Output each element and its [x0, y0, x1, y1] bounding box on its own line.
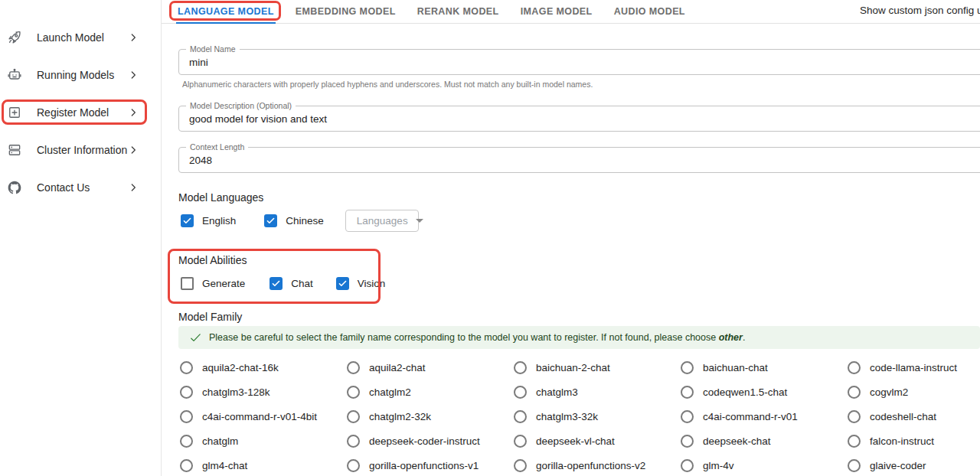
- model-family-option[interactable]: gorilla-openfunctions-v1: [345, 459, 512, 472]
- checkbox-checked-icon: [336, 277, 349, 290]
- radio-icon: [848, 386, 861, 399]
- radio-icon: [514, 410, 527, 423]
- model-family-option[interactable]: codeshell-chat: [846, 410, 980, 423]
- model-family-option[interactable]: falcon-instruct: [846, 435, 980, 448]
- checkbox-english[interactable]: English: [181, 214, 236, 227]
- model-type-tabs: LANGUAGE MODEL EMBEDDING MODEL RERANK MO…: [162, 0, 980, 24]
- tab-rerank-model[interactable]: RERANK MODEL: [417, 0, 499, 23]
- radio-icon: [681, 410, 694, 423]
- sidebar-item-register-model[interactable]: Register Model: [0, 93, 161, 131]
- model-family-option[interactable]: deepseek-coder-instruct: [345, 435, 512, 448]
- model-family-option[interactable]: chatglm: [178, 435, 345, 448]
- model-abilities-section: Model Abilities Generate Chat Vision: [178, 254, 980, 294]
- checkbox-unchecked-icon: [181, 277, 194, 290]
- sidebar-item-contact-us[interactable]: Contact Us: [0, 168, 161, 206]
- model-family-option[interactable]: chatglm3-32k: [512, 410, 679, 423]
- chevron-down-icon: [416, 219, 423, 223]
- chevron-right-icon: [127, 106, 139, 119]
- checkbox-checked-icon: [181, 214, 194, 227]
- show-custom-json-config-link[interactable]: Show custom json config used b: [860, 5, 980, 16]
- chevron-right-icon: [127, 181, 139, 194]
- radio-icon: [180, 410, 193, 423]
- model-family-option[interactable]: chatglm3-128k: [178, 386, 345, 399]
- radio-icon: [180, 459, 193, 472]
- model-abilities-section-label: Model Abilities: [178, 254, 980, 266]
- model-name-label: Model Name: [186, 44, 240, 54]
- model-family-option[interactable]: code-llama-instruct: [846, 361, 980, 374]
- model-family-option[interactable]: codeqwen1.5-chat: [679, 386, 846, 399]
- model-family-option[interactable]: baichuan-chat: [679, 361, 846, 374]
- languages-dropdown[interactable]: Languages: [345, 210, 419, 232]
- register-model-form: Model Name Alphanumeric characters with …: [178, 49, 980, 476]
- model-name-helper-text: Alphanumeric characters with properly pl…: [182, 80, 980, 90]
- model-family-option[interactable]: chatglm2: [345, 386, 512, 399]
- sidebar-item-label: Contact Us: [37, 181, 90, 194]
- model-description-field: Model Description (Optional): [178, 106, 980, 132]
- radio-icon: [347, 386, 360, 399]
- model-family-option[interactable]: aquila2-chat: [345, 361, 512, 374]
- rocket-icon: [7, 30, 22, 45]
- sidebar-item-launch-model[interactable]: Launch Model: [0, 18, 161, 56]
- context-length-label: Context Length: [186, 142, 248, 152]
- model-languages-row: English Chinese Languages: [178, 210, 980, 231]
- sidebar-item-label: Launch Model: [37, 31, 104, 44]
- radio-icon: [347, 410, 360, 423]
- model-family-option[interactable]: chatglm2-32k: [345, 410, 512, 423]
- radio-icon: [681, 459, 694, 472]
- radio-icon: [347, 435, 360, 448]
- model-name-input[interactable]: [179, 50, 980, 74]
- model-family-option[interactable]: glm-4v: [679, 459, 846, 472]
- sidebar-item-cluster-information[interactable]: Cluster Information: [0, 131, 161, 168]
- check-icon: [189, 331, 202, 344]
- tab-image-model[interactable]: IMAGE MODEL: [521, 0, 593, 23]
- radio-icon: [180, 386, 193, 399]
- model-family-option[interactable]: aquila2-chat-16k: [178, 361, 345, 374]
- checkbox-chat[interactable]: Chat: [270, 277, 313, 290]
- radio-icon: [514, 386, 527, 399]
- model-family-option[interactable]: chatglm3: [512, 386, 679, 399]
- alert-text: Please be careful to select the family n…: [209, 332, 745, 343]
- main-panel: LANGUAGE MODEL EMBEDDING MODEL RERANK MO…: [162, 0, 980, 476]
- radio-icon: [848, 435, 861, 448]
- checkbox-checked-icon: [270, 277, 283, 290]
- radio-icon: [180, 435, 193, 448]
- model-family-option[interactable]: gorilla-openfunctions-v2: [512, 459, 679, 472]
- model-family-option[interactable]: c4ai-command-r-v01-4bit: [178, 410, 345, 423]
- chevron-right-icon: [127, 31, 139, 44]
- sidebar-item-running-models[interactable]: Running Models: [0, 56, 161, 93]
- model-family-option[interactable]: cogvlm2: [846, 386, 980, 399]
- model-abilities-row: Generate Chat Vision: [178, 272, 980, 294]
- add-box-icon: [7, 105, 22, 120]
- checkbox-chinese[interactable]: Chinese: [264, 214, 324, 227]
- checkbox-checked-icon: [264, 214, 277, 227]
- radio-icon: [514, 435, 527, 448]
- radio-icon: [514, 361, 527, 374]
- model-family-option[interactable]: deepseek-chat: [679, 435, 846, 448]
- sidebar-item-label: Running Models: [37, 69, 114, 81]
- radio-icon: [514, 459, 527, 472]
- radio-icon: [848, 361, 861, 374]
- model-family-option[interactable]: glm4-chat: [178, 459, 345, 472]
- model-description-label: Model Description (Optional): [186, 101, 296, 111]
- radio-icon: [681, 361, 694, 374]
- checkbox-vision[interactable]: Vision: [336, 277, 386, 290]
- tab-audio-model[interactable]: AUDIO MODEL: [614, 0, 685, 23]
- sidebar: Launch Model Running Models Regis: [0, 0, 162, 476]
- tab-language-model[interactable]: LANGUAGE MODEL: [178, 0, 274, 23]
- model-family-option[interactable]: baichuan-2-chat: [512, 361, 679, 374]
- tab-embedding-model[interactable]: EMBEDDING MODEL: [296, 0, 396, 23]
- model-family-option[interactable]: glaive-coder: [846, 459, 980, 472]
- chevron-right-icon: [127, 69, 139, 81]
- model-family-options: aquila2-chat-16k aquila2-chat baichuan-2…: [178, 355, 980, 476]
- cluster-icon: [7, 142, 22, 158]
- model-description-input[interactable]: [179, 106, 980, 131]
- checkbox-generate[interactable]: Generate: [181, 277, 245, 290]
- model-family-alert: Please be careful to select the family n…: [178, 326, 980, 349]
- model-family-option[interactable]: deepseek-vl-chat: [512, 435, 679, 448]
- chevron-right-icon: [127, 144, 139, 156]
- model-family-option[interactable]: c4ai-command-r-v01: [679, 410, 846, 423]
- github-icon: [7, 180, 22, 195]
- radio-icon: [180, 361, 193, 374]
- sidebar-item-label: Register Model: [37, 106, 109, 119]
- context-length-input[interactable]: [179, 148, 980, 172]
